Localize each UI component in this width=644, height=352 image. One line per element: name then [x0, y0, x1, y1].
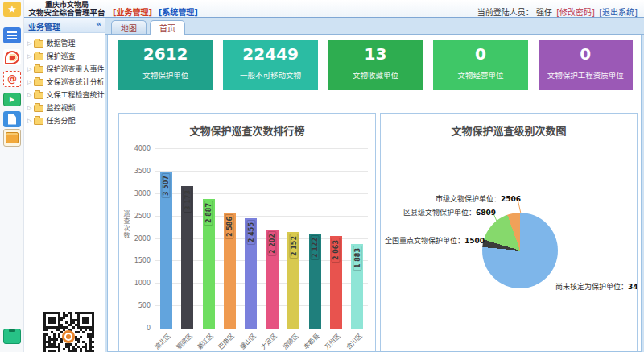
x-axis-label: 涪陵区	[280, 331, 300, 351]
y-axis-tick: 1500	[123, 257, 151, 264]
tree-item-label: 数据管理	[46, 39, 75, 48]
expander-icon[interactable]: ▷	[27, 103, 31, 113]
collapse-sidebar-button[interactable]: «	[96, 20, 101, 32]
stat-card[interactable]: 22449一般不可移动文物	[223, 40, 317, 90]
user-area: 当前登陆人员： 强仔 [修改密码] [退出系统]	[476, 6, 638, 18]
bar[interactable]: 2 152	[287, 232, 299, 329]
folder-icon[interactable]	[3, 129, 21, 147]
tree-item[interactable]: ▷数据管理	[24, 37, 105, 50]
y-axis-tick: 1000	[123, 280, 151, 287]
folder-icon	[34, 66, 43, 73]
menu-system[interactable]: [系统管理]	[159, 8, 198, 17]
sidebar-header: 业务管理 «	[24, 18, 105, 33]
tree-item[interactable]: ▷文保工程检查统计分析	[24, 89, 105, 101]
y-axis-tick: 2500	[123, 213, 151, 220]
at-icon[interactable]: @	[3, 71, 21, 87]
x-axis-label: 大足区	[258, 331, 279, 351]
y-axis-tick: 3000	[123, 190, 151, 197]
x-axis-label: 渝北区	[152, 331, 172, 351]
tree-item-label: 文保巡查统计分析	[46, 77, 104, 87]
expander-icon[interactable]: ▷	[27, 52, 31, 61]
bar-value-label: 3 507	[162, 173, 171, 198]
change-password-link[interactable]: [修改密码]	[556, 8, 595, 17]
panel-icon[interactable]	[3, 27, 21, 43]
bar-slot: 1 883合川区	[347, 150, 368, 329]
document-icon[interactable]	[3, 111, 21, 127]
pie-label-text: 市级文物保护单位：	[436, 195, 501, 203]
stat-value: 22449	[223, 44, 317, 64]
weibo-icon[interactable]	[3, 49, 21, 65]
stat-label: 文物收藏单位	[328, 69, 423, 81]
bar-slot: 2 455璧山区	[241, 150, 262, 329]
tab-map[interactable]: 地图	[111, 20, 147, 34]
expander-icon[interactable]: ▷	[27, 116, 31, 126]
stat-card[interactable]: 0文物保护工程资质单位	[539, 40, 633, 90]
tree-item-label: 保护巡查重大事件	[46, 64, 104, 74]
bar[interactable]: 2 455	[245, 218, 257, 329]
stat-label: 文物保护单位	[118, 69, 213, 81]
bar-slot: 2 887綦江区	[198, 150, 219, 329]
bar-slot: 2 202大足区	[262, 150, 283, 329]
pie-slice-label: 区县级文物保护单位：6809	[403, 207, 496, 217]
content-panel: 2612文物保护单位22449一般不可移动文物13文物收藏单位0文物经营单位0文…	[107, 35, 642, 352]
bar[interactable]: 1 883	[351, 244, 363, 329]
stat-card[interactable]: 0文物经营单位	[433, 40, 527, 90]
pie-slice-label: 市级文物保护单位：2506	[436, 193, 521, 204]
pie-chart[interactable]	[482, 213, 558, 288]
y-axis-tick: 4000	[123, 145, 151, 152]
bar[interactable]: 2 063	[330, 236, 342, 329]
tab-home[interactable]: 首页	[150, 20, 185, 35]
stat-value: 2612	[118, 44, 213, 64]
expander-icon[interactable]: ▷	[27, 64, 31, 74]
stat-value: 0	[539, 44, 633, 64]
pie-label-value: 6809	[476, 209, 496, 217]
bar-value-label: 2 122	[311, 235, 320, 260]
x-axis-label: 铜梁区	[174, 331, 194, 351]
pie-label-value: 34981	[628, 283, 638, 291]
bar-chart-title: 文物保护巡查次数排行榜	[119, 122, 375, 138]
current-user-label: 当前登陆人员： 强仔	[477, 8, 552, 17]
gridline	[155, 148, 368, 149]
clipboard-icon[interactable]	[3, 329, 21, 344]
pie-label-text: 尚未核定为保护单位：	[555, 283, 628, 291]
stat-label: 文物保护工程资质单位	[539, 69, 633, 81]
pie-label-value: 1500	[464, 237, 485, 245]
tab-strip: 地图首页	[105, 18, 644, 35]
bar-chart-plot: 050010001500200025003000350040003 507渝北区…	[155, 150, 368, 329]
y-axis-tick: 3500	[123, 168, 151, 175]
star-icon[interactable]: ★	[3, 2, 21, 17]
bar[interactable]: 2 202	[266, 230, 279, 329]
tree-item[interactable]: ▷保护巡查	[24, 50, 105, 63]
expander-icon[interactable]: ▷	[27, 90, 31, 100]
y-axis-tick: 2000	[123, 235, 151, 242]
tree-item[interactable]: ▷监控视频	[24, 101, 105, 114]
bar[interactable]: 3 173	[181, 186, 193, 329]
app-title-block: 重庆市文物局 文物安全综合管理平台	[25, 1, 109, 17]
folder-icon	[34, 79, 43, 86]
bar[interactable]: 2 586	[224, 213, 236, 329]
menu-business[interactable]: [业务管理]	[113, 8, 152, 17]
bar[interactable]: 2 887	[203, 199, 215, 329]
logout-link[interactable]: [退出系统]	[599, 8, 638, 17]
stat-cards-row: 2612文物保护单位22449一般不可移动文物13文物收藏单位0文物经营单位0文…	[118, 40, 633, 90]
bar[interactable]: 2 122	[309, 234, 321, 329]
stat-card[interactable]: 2612文物保护单位	[118, 40, 213, 90]
expander-icon[interactable]: ▷	[27, 77, 31, 87]
bar-value-label: 2 455	[246, 220, 255, 245]
pie-slice-label: 全国重点文物保护单位：1500	[385, 235, 485, 246]
pie-label-text: 区县级文物保护单位：	[403, 209, 476, 217]
expander-icon[interactable]: ▷	[27, 39, 31, 48]
video-icon[interactable]: ▶	[3, 93, 21, 106]
bar-slot: 3 507渝北区	[155, 150, 176, 329]
bar-value-label: 2 586	[225, 214, 234, 239]
bar-value-label: 2 202	[268, 231, 277, 256]
folder-icon	[34, 53, 43, 60]
x-axis-label: 巴南区	[216, 331, 236, 351]
bar-chart-panel: 文物保护巡查次数排行榜 巡查次数 05001000150020002500300…	[118, 113, 376, 352]
tree-item[interactable]: ▷任务分配	[24, 114, 105, 127]
bar[interactable]: 3 507	[160, 172, 172, 329]
stat-card[interactable]: 13文物收藏单位	[328, 40, 423, 90]
tree-item[interactable]: ▷保护巡查重大事件	[24, 63, 105, 76]
bar-value-label: 1 883	[353, 246, 361, 271]
tree-item[interactable]: ▷文保巡查统计分析	[24, 76, 105, 89]
